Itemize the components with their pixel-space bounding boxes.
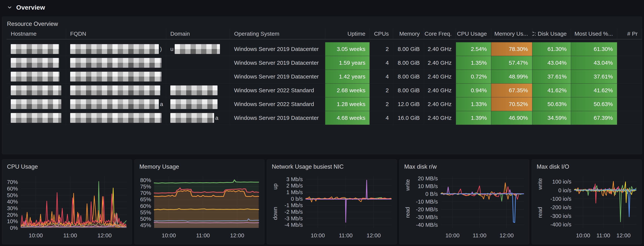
cell-os: Windows Server 2019 Datacenter (230, 70, 325, 84)
svg-text:75%: 75% (140, 184, 151, 190)
svg-text:-10 MB/s: -10 MB/s (416, 199, 438, 205)
cell-fqdn: a (66, 97, 166, 111)
panel-title[interactable]: Max disk r/w (399, 160, 529, 170)
column-header-cpu_usage[interactable]: CPU Usage (456, 28, 491, 40)
column-header-domain[interactable]: Domain (166, 28, 230, 40)
cell-memory: 8.00 GiB (393, 42, 424, 56)
column-header-most_used[interactable]: Most Used %... (571, 28, 617, 40)
svg-text:11:00: 11:00 (196, 232, 210, 238)
resource-table: HostnameFQDNDomainOperating SystemUptime… (6, 28, 642, 125)
column-header-fqdn[interactable]: FQDN (66, 28, 166, 40)
redacted-text (170, 113, 214, 123)
cell-core_freq: 2.40 GHz (424, 84, 456, 97)
svg-text:-20 MB/s: -20 MB/s (416, 206, 438, 212)
svg-text:10:00: 10:00 (311, 232, 325, 238)
svg-text:-40 MB/s: -40 MB/s (416, 222, 438, 228)
panel-title[interactable]: CPU Usage (2, 160, 132, 170)
column-header-memory_used[interactable]: Memory Us... (491, 28, 532, 40)
cell-memory: 16.0 GiB (393, 111, 424, 125)
column-header-processes[interactable]: # Pr (617, 28, 642, 40)
max-disk-rw-chart[interactable]: 20 MB/s10 MB/s0 B/s-10 MB/s-20 MB/s-30 M… (401, 171, 528, 242)
svg-text:2 Mb/s: 2 Mb/s (286, 182, 303, 189)
svg-text:80%: 80% (140, 177, 151, 183)
column-header-hostname[interactable]: Hostname (6, 28, 66, 40)
dashboard-row-overview: Overview (0, 0, 644, 15)
redacted-text (70, 86, 160, 95)
cell-os: Windows Server 2022 Standard (230, 97, 325, 111)
cell-c_disk_usage: 41.62% (532, 84, 571, 97)
svg-text:40%: 40% (7, 199, 18, 205)
panel-max-disk-io: Max disk I/O 100 io/s0 io/s-100 io/s-200… (532, 160, 642, 244)
svg-text:-3 Mb/s: -3 Mb/s (284, 216, 303, 222)
panel-title[interactable]: Max disk I/O (532, 160, 642, 170)
svg-text:12:00: 12:00 (230, 232, 244, 238)
redacted-text (11, 44, 59, 54)
cell-domain (166, 70, 230, 84)
chevron-down-icon[interactable] (7, 4, 12, 10)
column-header-c_disk_usage[interactable]: C: Disk Usage (532, 28, 571, 40)
redacted-text-fragment: a (160, 101, 163, 107)
column-header-memory[interactable]: Memory (393, 28, 424, 40)
cell-most_used: 61.30% (571, 42, 617, 56)
cpu-usage-chart[interactable]: 0%10%20%30%40%50%60%70%10:0011:0012:00 (4, 171, 130, 242)
cell-c_disk_usage: 61.30% (532, 42, 571, 56)
svg-text:65%: 65% (140, 196, 151, 202)
cell-memory_used: 78.30% (491, 42, 532, 56)
cell-uptime: 1.59 years (325, 56, 370, 70)
network-usage-chart[interactable]: 3 Mb/s2 Mb/s1 Mb/s0 b/s-1 Mb/s-2 Mb/s-3 … (268, 171, 395, 242)
redacted-text (70, 72, 162, 82)
cell-domain (166, 56, 230, 70)
column-header-cpus[interactable]: CPUs (370, 28, 393, 40)
cell-cpus: 4 (370, 70, 393, 84)
svg-text:-400 io/s: -400 io/s (550, 222, 572, 228)
cell-domain: a (166, 111, 230, 125)
cell-cpu_usage: 2.54% (456, 42, 491, 56)
cell-cpu_usage: 1.35% (456, 56, 491, 70)
redacted-text (170, 99, 218, 109)
svg-text:12:00: 12:00 (500, 232, 514, 238)
cell-cpus: 2 (370, 42, 393, 56)
cell-core_freq: 2.40 GHz (424, 97, 456, 111)
panel-cpu-usage: CPU Usage 0%10%20%30%40%50%60%70%10:0011… (2, 160, 132, 244)
svg-text:down: down (272, 207, 278, 220)
panel-title[interactable]: Memory Usage (134, 160, 264, 170)
cell-core_freq: 2.40 GHz (424, 70, 456, 84)
cell-memory_used: 48.99% (491, 70, 532, 84)
cell-core_freq: 2.40 GHz (424, 111, 456, 125)
svg-text:up: up (272, 184, 278, 190)
cell-hostname (6, 111, 66, 125)
column-header-core_freq[interactable]: Core Freq. (424, 28, 456, 40)
cell-cpus: 2 (370, 97, 393, 111)
svg-text:10:00: 10:00 (162, 232, 176, 238)
svg-text:10:00: 10:00 (576, 232, 590, 238)
svg-text:11:00: 11:00 (473, 232, 486, 238)
panel-title[interactable]: Resource Overview (2, 17, 642, 27)
svg-text:3 Mb/s: 3 Mb/s (286, 176, 303, 182)
panel-title[interactable]: Network Usage busiest NIC (267, 160, 397, 170)
cell-hostname (6, 56, 66, 70)
cell-core_freq: 2.40 GHz (424, 56, 456, 70)
svg-text:write: write (537, 178, 543, 190)
cell-uptime: 1.28 weeks (325, 97, 370, 111)
cell-most_used: 41.62% (571, 84, 617, 97)
svg-text:11:00: 11:00 (339, 232, 352, 238)
column-header-os[interactable]: Operating System (230, 28, 325, 40)
cell-hostname (6, 70, 66, 84)
column-header-uptime[interactable]: Uptime (325, 28, 370, 40)
svg-text:-200 io/s: -200 io/s (550, 204, 572, 210)
svg-text:0%: 0% (10, 225, 18, 231)
cell-memory: 8.00 GiB (393, 84, 424, 97)
cell-domain (166, 84, 230, 97)
svg-text:70%: 70% (140, 190, 151, 196)
cell-most_used: 43.04% (571, 56, 617, 70)
redacted-text (11, 113, 61, 123)
cell-c_disk_usage: 37.61% (532, 70, 571, 84)
redacted-text (11, 99, 61, 109)
memory-usage-chart[interactable]: 45%50%55%60%65%70%75%80%10:0011:0012:00 (136, 171, 263, 242)
cell-uptime: 4.68 weeks (325, 111, 370, 125)
svg-text:10 MB/s: 10 MB/s (418, 183, 438, 189)
cell-processes (617, 84, 642, 97)
max-disk-io-chart[interactable]: 100 io/s0 io/s-100 io/s-200 io/s-300 io/… (533, 171, 640, 242)
cell-fqdn (66, 56, 166, 70)
redacted-text (170, 86, 218, 95)
